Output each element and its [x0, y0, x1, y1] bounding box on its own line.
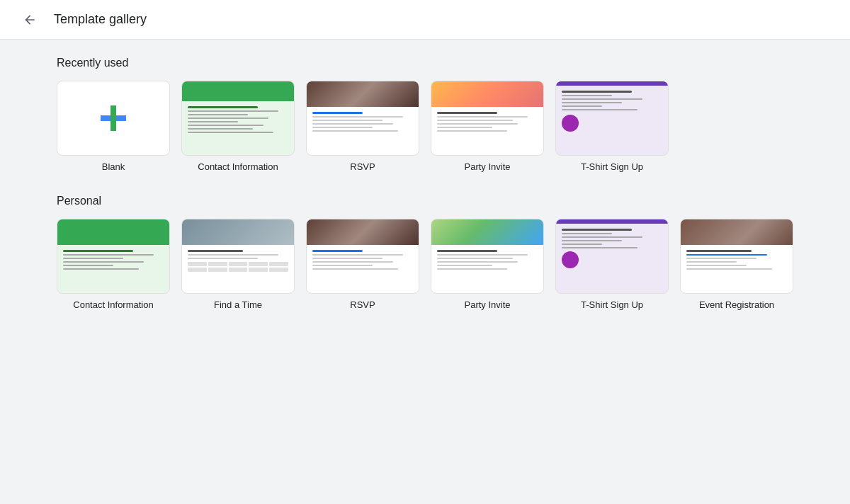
template-contact-info-recent[interactable]: Contact Information	[181, 81, 295, 172]
personal-label: Personal	[57, 195, 793, 207]
template-label-contact-personal: Contact Information	[73, 299, 153, 310]
svg-rect-2	[110, 115, 116, 121]
template-thumbnail-contact-personal	[57, 219, 170, 294]
template-label-rsvp-recent: RSVP	[350, 161, 375, 172]
template-label-party-personal: Party Invite	[464, 299, 510, 310]
template-thumbnail-contact-recent	[181, 81, 295, 156]
template-blank[interactable]: Blank	[57, 81, 170, 172]
template-thumbnail-party-personal	[431, 219, 544, 294]
template-label-event-reg: Event Registration	[699, 299, 774, 310]
template-contact-personal[interactable]: Contact Information	[57, 219, 170, 310]
plus-icon	[96, 101, 130, 135]
page-title: Template gallery	[54, 12, 147, 27]
template-rsvp-recent[interactable]: RSVP	[306, 81, 419, 172]
template-label-contact-recent: Contact Information	[198, 161, 278, 172]
template-rsvp-personal[interactable]: RSVP	[306, 219, 419, 310]
template-thumbnail-tshirt-personal	[555, 219, 669, 294]
personal-grid: Contact Information	[57, 219, 793, 310]
recently-used-grid: Blank Contact I	[57, 81, 793, 172]
template-thumbnail-rsvp-recent	[306, 81, 419, 156]
template-thumbnail-find-time	[181, 219, 295, 294]
template-tshirt-recent[interactable]: T-Shirt Sign Up	[555, 81, 669, 172]
gallery-content: Recently used Blank	[0, 40, 850, 350]
template-find-time[interactable]: Find a Time	[181, 219, 295, 310]
recently-used-label: Recently used	[57, 57, 793, 69]
template-thumbnail-rsvp-personal	[306, 219, 419, 294]
template-label-rsvp-personal: RSVP	[350, 299, 375, 310]
template-label-party-recent: Party Invite	[464, 161, 510, 172]
template-label-tshirt-personal: T-Shirt Sign Up	[581, 299, 643, 310]
template-label-blank: Blank	[102, 161, 125, 172]
template-thumbnail-event-reg	[680, 219, 793, 294]
template-label-tshirt-recent: T-Shirt Sign Up	[581, 161, 643, 172]
back-button[interactable]	[17, 7, 42, 33]
template-label-find-time: Find a Time	[214, 299, 262, 310]
template-thumbnail-party-recent	[431, 81, 544, 156]
recently-used-section: Recently used Blank	[57, 57, 793, 172]
personal-section: Personal Contact Information	[57, 195, 793, 310]
template-tshirt-personal[interactable]: T-Shirt Sign Up	[555, 219, 669, 310]
app-header: Template gallery	[0, 0, 850, 40]
template-event-reg[interactable]: Event Registration	[680, 219, 793, 310]
template-party-recent[interactable]: Party Invite	[431, 81, 544, 172]
template-thumbnail-blank	[57, 81, 170, 156]
template-party-personal[interactable]: Party Invite	[431, 219, 544, 310]
template-thumbnail-tshirt-recent	[555, 81, 669, 156]
